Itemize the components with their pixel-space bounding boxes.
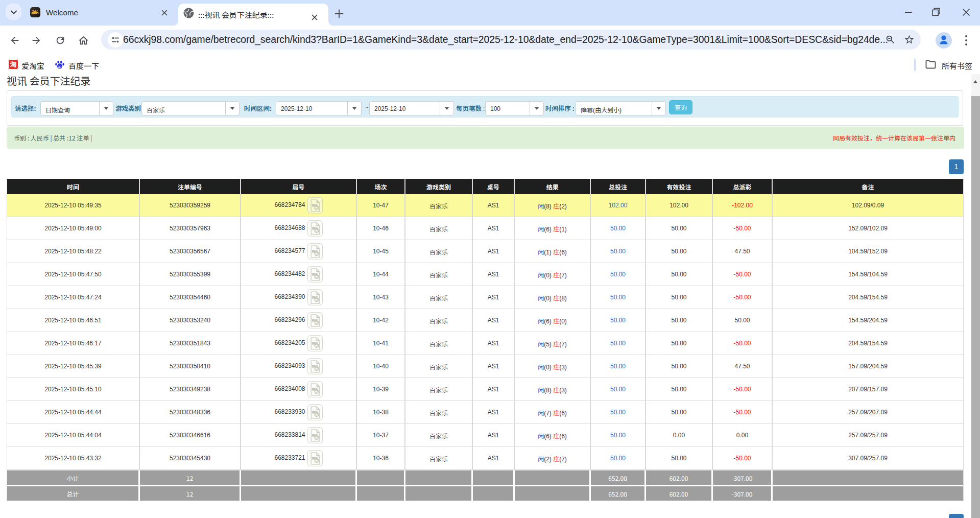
- svg-text:du: du: [58, 65, 61, 68]
